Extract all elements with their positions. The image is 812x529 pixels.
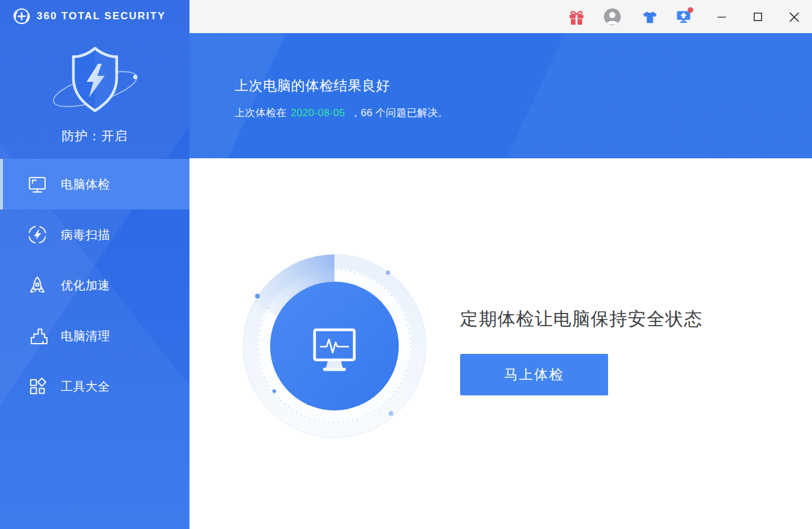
banner-subtitle: 上次体检在2020-08-05，66 个问题已解决。 — [235, 106, 448, 120]
ring-dot — [272, 389, 276, 393]
banner-subtitle-suffix: ，66 个问题已解决。 — [350, 107, 448, 119]
gift-icon[interactable] — [567, 8, 585, 26]
last-checkup-date: 2020-08-05 — [291, 107, 345, 119]
close-button[interactable] — [784, 7, 804, 26]
speedup-rocket-icon — [26, 274, 48, 296]
sidebar-item-pc-checkup[interactable]: 电脑体检 — [0, 159, 189, 209]
pc-checkup-monitor-icon — [26, 173, 48, 195]
minimize-icon — [717, 12, 727, 22]
ring-dot — [389, 411, 393, 416]
app-logo-text: 360 TOTAL SECURITY — [37, 10, 166, 22]
360-logo-icon — [12, 7, 31, 26]
virus-scan-icon — [26, 224, 48, 246]
main-panel: 定期体检让电脑保持安全状态 马上体检 — [189, 158, 812, 529]
sidebar-item-label: 工具大全 — [61, 379, 110, 395]
ring-dot — [386, 271, 390, 275]
maximize-icon — [753, 12, 763, 22]
sidebar-item-label: 电脑清理 — [61, 328, 110, 344]
ring-dot — [255, 294, 260, 299]
sidebar-item-label: 优化加速 — [61, 277, 110, 294]
sidebar-item-speedup[interactable]: 优化加速 — [0, 260, 189, 311]
sidebar-item-label: 电脑体检 — [61, 176, 110, 193]
theme-shirt-icon[interactable] — [641, 8, 659, 26]
checkup-headline: 定期体检让电脑保持安全状态 — [460, 307, 703, 332]
sidebar-item-cleanup[interactable]: 电脑清理 — [0, 311, 189, 361]
sidebar-item-virus-scan[interactable]: 病毒扫描 — [0, 209, 189, 260]
cleanup-brush-icon — [26, 325, 48, 347]
checkup-result-banner: 上次电脑的体检结果良好 上次体检在2020-08-05，66 个问题已解决。 — [189, 33, 812, 158]
minimize-button[interactable] — [712, 7, 731, 26]
titlebar — [189, 0, 812, 33]
protection-shield-icon — [47, 43, 143, 120]
sidebar-item-label: 病毒扫描 — [61, 227, 110, 243]
banner-title: 上次电脑的体检结果良好 — [235, 76, 390, 95]
app-logo: 360 TOTAL SECURITY — [12, 7, 166, 26]
checkup-ring-graphic — [238, 250, 431, 442]
sidebar: 360 TOTAL SECURITY 防护：开启 — [0, 0, 189, 529]
toolbox-icon — [26, 376, 48, 397]
sidebar-menu: 电脑体检 病毒扫描 优化加速 — [0, 159, 189, 412]
app-window: 360 TOTAL SECURITY 防护：开启 — [0, 0, 812, 529]
banner-subtitle-prefix: 上次体检在 — [235, 107, 287, 119]
checkup-now-button[interactable]: 马上体检 — [460, 354, 608, 395]
upgrade-icon[interactable] — [675, 6, 694, 24]
protection-status-label: 防护：开启 — [0, 128, 189, 144]
close-icon — [789, 12, 799, 22]
account-avatar-icon[interactable] — [603, 8, 621, 26]
protection-status-block: 防护：开启 — [0, 43, 189, 144]
sidebar-item-toolbox[interactable]: 工具大全 — [0, 361, 189, 412]
maximize-button[interactable] — [748, 7, 767, 26]
notification-dot — [687, 7, 693, 13]
